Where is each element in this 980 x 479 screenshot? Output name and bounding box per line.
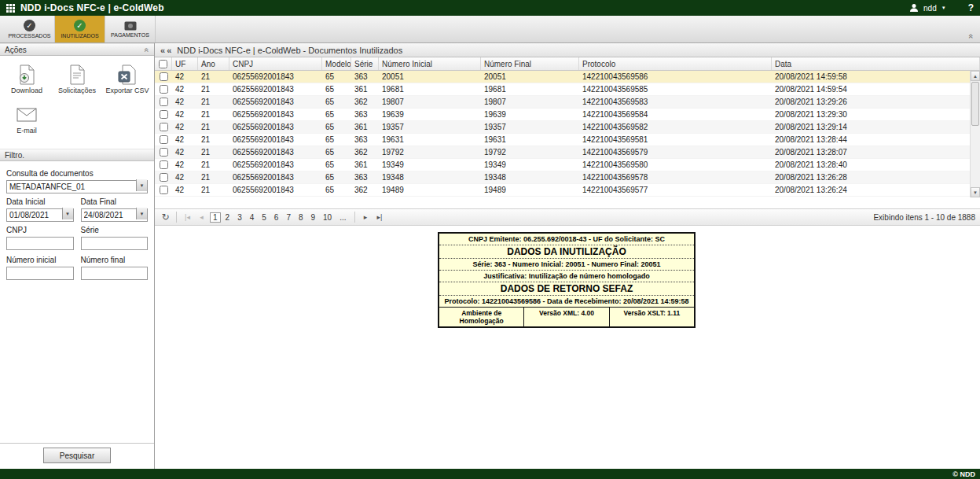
column-header-uf[interactable]: UF bbox=[172, 57, 198, 70]
collapse-ribbon-icon[interactable]: « bbox=[967, 34, 975, 39]
row-checkbox[interactable] bbox=[160, 186, 168, 194]
table-row[interactable]: 4221062556920018436536319631196311422100… bbox=[155, 134, 970, 146]
row-checkbox[interactable] bbox=[160, 72, 168, 81]
cell-cnpj: 06255692001843 bbox=[229, 184, 322, 196]
column-header-serie[interactable]: Série bbox=[351, 57, 379, 70]
column-header-cnpj[interactable]: CNPJ bbox=[229, 57, 322, 70]
page-number[interactable]: 10 bbox=[320, 212, 335, 223]
row-checkbox[interactable] bbox=[160, 135, 168, 144]
cell-numero-inicial: 19639 bbox=[379, 109, 481, 120]
cell-uf: 42 bbox=[172, 134, 198, 146]
data-final-picker[interactable]: ▼ bbox=[81, 207, 149, 220]
page-number[interactable]: 8 bbox=[295, 212, 306, 223]
data-inicial-picker[interactable]: ▼ bbox=[6, 207, 74, 220]
page-number[interactable]: 9 bbox=[308, 212, 319, 223]
cell-protocolo: 142210043569582 bbox=[579, 121, 772, 133]
consulta-select[interactable]: ▼ bbox=[6, 179, 148, 192]
collapse-sidebar-icon[interactable]: « bbox=[167, 46, 171, 55]
row-checkbox[interactable] bbox=[160, 123, 168, 131]
chevron-down-icon[interactable]: ▼ bbox=[941, 6, 946, 10]
cell-ano: 21 bbox=[198, 159, 229, 171]
page-number[interactable]: 5 bbox=[259, 212, 270, 223]
scrollbar-thumb[interactable] bbox=[971, 82, 979, 126]
row-checkbox[interactable] bbox=[160, 110, 168, 119]
consulta-input[interactable] bbox=[6, 180, 148, 193]
page-number[interactable]: 7 bbox=[283, 212, 294, 223]
email-button[interactable]: E-mail bbox=[2, 104, 52, 134]
exportar-csv-button[interactable]: Exportar CSV bbox=[102, 64, 152, 94]
table-row[interactable]: 4221062556920018436536319639196391422100… bbox=[155, 109, 970, 121]
prev-page-button[interactable]: ◂ bbox=[196, 211, 207, 223]
row-checkbox[interactable] bbox=[160, 98, 168, 106]
column-header-protocolo[interactable]: Protocolo bbox=[579, 57, 772, 70]
preview-versao-xslt: Versão XSLT: 1.11 bbox=[609, 308, 694, 326]
table-row[interactable]: 4221062556920018436536119681196811422100… bbox=[155, 83, 970, 96]
column-header-numero-final[interactable]: Número Final bbox=[481, 57, 579, 70]
cell-modelo: 65 bbox=[322, 83, 351, 95]
chevron-down-icon[interactable]: ▼ bbox=[136, 208, 147, 219]
chevron-down-icon[interactable]: ▼ bbox=[136, 179, 147, 191]
row-checkbox[interactable] bbox=[160, 85, 168, 94]
scroll-up-icon[interactable]: ▲ bbox=[971, 71, 980, 81]
numero-final-input[interactable] bbox=[81, 267, 149, 280]
cell-numero-inicial: 19807 bbox=[379, 96, 481, 108]
row-checkbox[interactable] bbox=[160, 160, 168, 169]
next-page-button[interactable]: ▸ bbox=[360, 211, 372, 223]
preview-section1-title: DADOS DA INUTILIZAÇÃO bbox=[439, 245, 694, 259]
collapse-sidebar-icon[interactable]: « bbox=[160, 46, 165, 55]
download-label: Download bbox=[2, 87, 52, 94]
preview-section2-title: DADOS DE RETORNO SEFAZ bbox=[439, 282, 694, 296]
table-row[interactable]: 4221062556920018436536219792197921422100… bbox=[155, 146, 970, 159]
table-row[interactable]: 4221062556920018436536219489194891422100… bbox=[155, 184, 970, 197]
tab-pagamentos[interactable]: PAGAMENTOS bbox=[105, 16, 156, 42]
page-number[interactable]: 6 bbox=[271, 212, 282, 223]
pager-status: Exibindo itens 1 - 10 de 1888 bbox=[873, 213, 975, 222]
refresh-icon[interactable]: ↻ bbox=[160, 211, 171, 223]
row-checkbox[interactable] bbox=[160, 148, 168, 157]
cnpj-input[interactable] bbox=[6, 237, 74, 250]
apps-grid-icon[interactable] bbox=[6, 4, 15, 13]
cell-cnpj: 06255692001843 bbox=[229, 96, 322, 108]
cell-data: 20/08/2021 13:28:40 bbox=[772, 159, 970, 171]
page-number[interactable]: 2 bbox=[222, 212, 233, 223]
tab-processados[interactable]: ✓ PROCESSADOS bbox=[5, 16, 55, 42]
vertical-scrollbar[interactable]: ▲ ▼ bbox=[970, 71, 980, 197]
column-header-numero-inicial[interactable]: Número Inicial bbox=[379, 57, 481, 70]
tab-inutilizados[interactable]: ✓ INUTILIZADOS bbox=[55, 16, 105, 42]
cell-uf: 42 bbox=[172, 121, 198, 133]
cell-numero-inicial: 19792 bbox=[379, 146, 481, 158]
cell-modelo: 65 bbox=[322, 121, 351, 133]
row-checkbox-cell bbox=[155, 83, 172, 95]
pesquisar-button[interactable]: Pesquisar bbox=[43, 448, 111, 463]
select-all-checkbox[interactable] bbox=[159, 60, 167, 68]
cell-cnpj: 06255692001843 bbox=[229, 109, 322, 120]
table-row[interactable]: 4221062556920018436536320051200511422100… bbox=[155, 71, 970, 83]
page-number[interactable]: 4 bbox=[247, 212, 258, 223]
cell-ano: 21 bbox=[198, 184, 229, 196]
last-page-button[interactable]: ▸| bbox=[374, 211, 386, 223]
numero-inicial-input[interactable] bbox=[6, 267, 74, 280]
user-menu[interactable]: ndd bbox=[923, 4, 937, 13]
table-row[interactable]: 4221062556920018436536319348193481422100… bbox=[155, 171, 970, 184]
collapse-panel-icon[interactable]: « bbox=[144, 47, 151, 52]
table-row[interactable]: 4221062556920018436536119357193571422100… bbox=[155, 121, 970, 134]
download-button[interactable]: Download bbox=[2, 64, 52, 94]
table-row[interactable]: 4221062556920018436536119349193491422100… bbox=[155, 159, 970, 171]
document-list-icon bbox=[52, 64, 102, 86]
row-checkbox[interactable] bbox=[160, 173, 168, 182]
solicitacoes-button[interactable]: Solicitações bbox=[52, 64, 102, 94]
page-number[interactable]: 3 bbox=[234, 212, 245, 223]
column-header-ano[interactable]: Ano bbox=[198, 57, 229, 70]
table-row[interactable]: 4221062556920018436536219807198071422100… bbox=[155, 96, 970, 109]
column-header-data[interactable]: Data bbox=[772, 57, 980, 70]
cell-modelo: 65 bbox=[322, 71, 351, 83]
column-header-modelo[interactable]: Modelo bbox=[322, 57, 351, 70]
help-button[interactable]: ? bbox=[968, 2, 974, 13]
page-number[interactable]: 1 bbox=[210, 212, 221, 223]
serie-input[interactable] bbox=[81, 237, 149, 250]
chevron-down-icon[interactable]: ▼ bbox=[62, 208, 73, 219]
scroll-down-icon[interactable]: ▼ bbox=[971, 187, 980, 197]
row-checkbox-cell bbox=[155, 121, 172, 133]
filter-panel-header: Filtro. bbox=[0, 149, 154, 161]
first-page-button[interactable]: |◂ bbox=[182, 211, 193, 223]
